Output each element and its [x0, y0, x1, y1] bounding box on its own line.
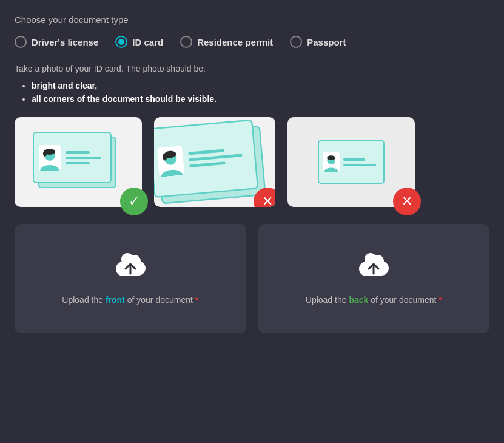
avatar-good — [39, 145, 61, 171]
radio-label-residence-permit: Residence permit — [197, 37, 273, 47]
avatar-bad2 — [323, 152, 340, 172]
line-bar — [66, 151, 90, 154]
radio-label-id-card: ID card — [132, 37, 163, 47]
upload-row: Upload the front of your document * Uplo… — [15, 224, 489, 333]
radio-label-drivers-license: Driver's license — [32, 37, 98, 47]
good-badge: ✓ — [120, 188, 148, 215]
bad2-badge: ✕ — [393, 188, 421, 215]
upload-front-label: Upload the front of your document * — [62, 295, 198, 305]
instructions-intro: Take a photo of your ID card. The photo … — [15, 64, 489, 73]
radio-option-id-card[interactable]: ID card — [115, 36, 163, 48]
line-bar — [66, 162, 90, 164]
example-card-good: ✓ — [15, 117, 142, 207]
instruction-bold-1: bright and clear, — [32, 81, 97, 90]
instruction-item-1: bright and clear, — [32, 81, 489, 90]
radio-circle-residence-permit — [180, 36, 192, 48]
upload-back-prefix: Upload the — [306, 295, 349, 305]
section-title: Choose your document type — [15, 15, 489, 25]
upload-front-required: * — [195, 295, 198, 305]
radio-option-passport[interactable]: Passport — [290, 36, 346, 48]
lines-bad1 — [188, 147, 249, 167]
upload-front-prefix: Upload the — [62, 295, 106, 305]
radio-circle-id-card — [115, 36, 127, 48]
upload-front-icon — [115, 253, 146, 286]
examples-row: ✓ ✕ — [15, 117, 489, 207]
instructions-section: Take a photo of your ID card. The photo … — [15, 64, 489, 104]
instruction-bold-2: all corners of the document should be vi… — [32, 94, 217, 104]
instruction-item-2: all corners of the document should be vi… — [32, 94, 489, 104]
upload-back-label: Upload the back of your document * — [306, 295, 442, 305]
radio-circle-drivers-license — [15, 36, 27, 48]
upload-front-highlight: front — [106, 295, 125, 305]
upload-front-box[interactable]: Upload the front of your document * — [15, 224, 246, 333]
upload-back-required: * — [438, 295, 442, 305]
svg-point-2 — [43, 150, 47, 157]
document-type-radio-group: Driver's license ID card Residence permi… — [15, 36, 489, 48]
id-card-illustration-good — [33, 132, 124, 192]
upload-front-suffix: of your document — [125, 295, 195, 305]
upload-back-box[interactable]: Upload the back of your document * — [258, 224, 490, 333]
id-card-front-good — [33, 132, 112, 183]
upload-back-highlight: back — [349, 295, 368, 305]
id-card-small — [318, 140, 385, 184]
avatar-bad1 — [157, 146, 184, 177]
example-card-bad2: ✕ — [287, 117, 415, 207]
lines-bad2 — [343, 158, 380, 166]
line-bar — [66, 157, 101, 159]
lines-good — [66, 151, 106, 164]
upload-back-icon — [358, 253, 389, 286]
example-card-bad1: ✕ — [154, 117, 275, 207]
radio-label-passport: Passport — [307, 37, 346, 47]
radio-circle-passport — [290, 36, 302, 48]
upload-back-suffix: of your document — [368, 295, 438, 305]
svg-point-7 — [327, 155, 335, 160]
instructions-list: bright and clear, all corners of the doc… — [15, 81, 489, 104]
radio-option-drivers-license[interactable]: Driver's license — [15, 36, 98, 48]
radio-option-residence-permit[interactable]: Residence permit — [180, 36, 273, 48]
